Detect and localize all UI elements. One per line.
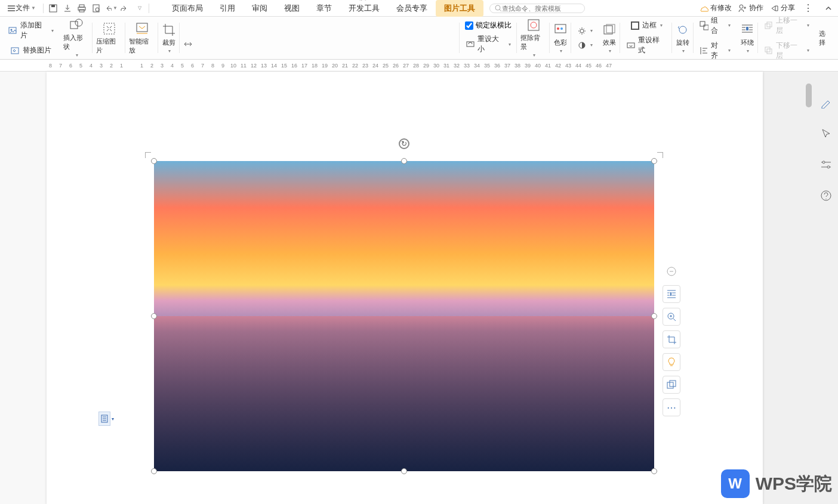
svg-rect-39 xyxy=(667,382,673,388)
cursor-tool-icon[interactable] xyxy=(819,126,833,141)
print-icon[interactable] xyxy=(75,1,89,16)
reset-style-icon xyxy=(626,41,636,50)
svg-point-13 xyxy=(75,19,82,26)
lock-ratio-checkbox[interactable]: 锁定纵横比 xyxy=(465,20,512,30)
wps-logo-icon: W xyxy=(721,469,750,498)
collapse-tools-icon[interactable] xyxy=(663,262,680,280)
user-plus-icon xyxy=(738,4,747,13)
border-icon xyxy=(630,21,640,30)
align-button[interactable]: 对齐▾ xyxy=(697,39,734,62)
more-menu-icon[interactable]: ⋮ xyxy=(801,1,815,16)
settings-tool-icon[interactable] xyxy=(819,157,833,172)
chevron-down-icon: ▼ xyxy=(31,5,36,11)
smart-zoom-button[interactable]: 智能缩放 xyxy=(129,21,155,55)
document-page[interactable] xyxy=(47,72,763,504)
search-input[interactable] xyxy=(502,5,580,12)
contrast-icon xyxy=(577,41,587,50)
vertical-scrollbar[interactable] xyxy=(805,72,813,504)
rotate-handle[interactable] xyxy=(399,138,409,149)
file-menu[interactable]: 文件 ▼ xyxy=(2,3,41,13)
cloud-icon xyxy=(699,4,708,13)
add-picture-button[interactable]: 添加图片▾ xyxy=(6,19,56,42)
color-icon xyxy=(553,23,568,37)
select-button[interactable]: 选择 xyxy=(819,29,832,47)
move-up-button: 上移一层▾ xyxy=(762,14,812,37)
resize-handle-t[interactable] xyxy=(401,158,407,164)
group-button[interactable]: 组合▾ xyxy=(697,14,734,37)
modified-indicator[interactable]: 有修改 xyxy=(699,3,732,13)
move-down-button: 下移一层▾ xyxy=(762,39,812,62)
add-picture-icon xyxy=(8,26,18,35)
svg-rect-28 xyxy=(700,21,705,26)
layout-options-icon[interactable] xyxy=(663,285,680,303)
redo-icon[interactable] xyxy=(118,1,132,16)
save-icon[interactable] xyxy=(46,1,60,16)
resize-handle-tl[interactable] xyxy=(151,158,157,164)
remove-bg-button[interactable]: 抠除背景▾ xyxy=(520,18,546,58)
svg-point-6 xyxy=(95,8,99,11)
resize-handle-l[interactable] xyxy=(151,313,157,319)
crop-icon xyxy=(162,23,176,37)
behind-tool-icon[interactable] xyxy=(663,376,680,394)
effect-button[interactable]: 效果▾ xyxy=(602,23,617,54)
layout-icon xyxy=(101,415,108,423)
command-search[interactable] xyxy=(489,4,585,13)
idea-tool-icon[interactable] xyxy=(663,353,680,371)
effect-icon xyxy=(602,23,617,37)
help-tool-icon[interactable] xyxy=(819,188,833,203)
reset-size-icon xyxy=(466,39,475,49)
resize-handle-bl[interactable] xyxy=(151,468,157,474)
border-button[interactable]: 边框▾ xyxy=(628,19,665,32)
svg-point-10 xyxy=(11,29,13,31)
insert-shape-button[interactable]: 插入形状▾ xyxy=(63,18,89,58)
svg-rect-31 xyxy=(765,24,770,29)
contrast-button[interactable]: ▾ xyxy=(575,39,595,51)
color-button[interactable]: 色彩▾ xyxy=(553,23,568,54)
sunset-image xyxy=(154,161,654,471)
crop-tool-icon[interactable] xyxy=(663,330,680,348)
replace-picture-icon xyxy=(11,46,20,55)
menu-icon xyxy=(7,4,16,13)
svg-rect-40 xyxy=(670,381,676,386)
scrollbar-thumb[interactable] xyxy=(806,84,812,107)
svg-point-21 xyxy=(560,27,563,30)
share-button[interactable]: 分享 xyxy=(769,3,795,13)
svg-point-41 xyxy=(822,161,825,163)
export-icon[interactable] xyxy=(60,1,75,16)
sun-icon xyxy=(577,26,587,36)
undo-icon[interactable]: ▼ xyxy=(103,1,118,16)
resize-handle-b[interactable] xyxy=(401,468,407,474)
layout-toggle-button[interactable] xyxy=(98,412,110,426)
remove-bg-icon xyxy=(526,18,541,32)
svg-rect-1 xyxy=(51,5,55,7)
ribbon-toolbar: 添加图片▾ 替换图片 插入形状▾ 压缩图片 智能缩放 裁剪▾ xyxy=(0,17,838,60)
svg-rect-29 xyxy=(704,25,708,30)
resize-handle-br[interactable] xyxy=(651,468,657,474)
svg-rect-26 xyxy=(631,22,639,29)
more-tools-icon[interactable]: ⋯ xyxy=(663,398,680,416)
more-quick-icon[interactable]: ▽ xyxy=(132,1,146,16)
resize-handle-tr[interactable] xyxy=(651,158,657,164)
collapse-ribbon-icon[interactable] xyxy=(821,1,836,16)
compress-picture-button[interactable]: 压缩图片 xyxy=(96,21,122,55)
preview-icon[interactable] xyxy=(89,1,103,16)
resize-handle-r[interactable] xyxy=(651,313,657,319)
svg-rect-14 xyxy=(104,23,115,34)
replace-picture-button[interactable]: 替换图片 xyxy=(8,44,54,57)
rotate-icon xyxy=(676,23,690,37)
wrap-button[interactable]: 环绕▾ xyxy=(740,23,754,54)
brightness-button[interactable]: ▾ xyxy=(575,25,595,37)
layout-toggle[interactable]: ▾ xyxy=(98,412,114,426)
crop-button[interactable]: 裁剪▾ xyxy=(162,23,176,54)
svg-rect-32 xyxy=(767,22,772,27)
svg-rect-34 xyxy=(765,47,770,52)
rotate-button[interactable]: 旋转▾ xyxy=(676,23,690,54)
collab-button[interactable]: 协作 xyxy=(738,3,763,13)
reset-size-button[interactable]: 重设大小▾ xyxy=(463,33,513,55)
watermark-text: WPS学院 xyxy=(756,472,832,496)
pen-tool-icon[interactable] xyxy=(819,95,833,110)
selected-image[interactable] xyxy=(154,161,654,471)
zoom-tool-icon[interactable] xyxy=(663,308,680,326)
reset-style-button[interactable]: 重设样式 xyxy=(624,34,668,57)
crop-mark-tl xyxy=(145,152,151,158)
